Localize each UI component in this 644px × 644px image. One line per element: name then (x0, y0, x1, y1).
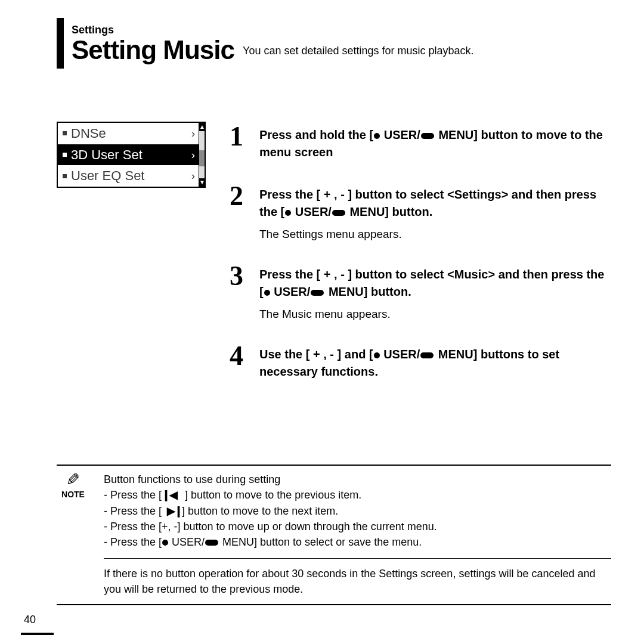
scroll-down-icon: ▼ (199, 178, 205, 187)
scroll-up-icon: ▲ (199, 123, 205, 131)
lcd-item-user-eq-set: User EQ Set › (58, 165, 199, 187)
note-line: Button functions to use during setting (104, 472, 611, 487)
note-body: Button functions to use during setting -… (104, 472, 611, 597)
note-pencil-icon: ✎ (66, 472, 80, 488)
steps-list: 1 Press and hold the [ USER/ MENU] butto… (230, 122, 611, 403)
chevron-right-icon: › (191, 168, 195, 184)
chevron-right-icon: › (191, 126, 195, 141)
side-marker (57, 18, 64, 69)
lcd-item-3d-user-set: 3D User Set › (58, 144, 199, 166)
pill-icon (421, 133, 434, 139)
lcd-screenshot: DNSe › 3D User Set › User EQ Set › ▲ ▼ (57, 122, 206, 403)
lcd-label: User EQ Set (71, 167, 144, 185)
divider (57, 604, 611, 605)
next-track-icon: ▶❙ (162, 503, 182, 519)
note-line: - Press the [ ▶❙] button to move to the … (104, 503, 611, 519)
bullet-icon (63, 174, 67, 178)
note-section: ✎ NOTE Button functions to use during se… (57, 465, 611, 611)
step-2: 2 Press the [ + , - ] button to select <… (230, 184, 611, 241)
step-1: 1 Press and hold the [ USER/ MENU] butto… (230, 124, 611, 161)
prev-track-icon: ❙◀ (162, 487, 182, 503)
step-number: 2 (230, 184, 252, 241)
note-line: - Press the [ USER/ MENU] button to sele… (104, 534, 611, 550)
lcd-label: 3D User Set (71, 146, 143, 164)
chevron-right-icon: › (191, 147, 195, 163)
divider (104, 558, 611, 559)
pill-icon (311, 290, 324, 296)
note-label: NOTE (57, 490, 89, 499)
step-sub: The Music menu appears. (259, 308, 611, 321)
pill-icon (205, 540, 218, 546)
step-title: Use the [ + , - ] and [ USER/ MENU] butt… (259, 346, 611, 380)
subtitle: You can set detailed settings for music … (243, 45, 474, 57)
step-number: 1 (230, 124, 252, 161)
bullet-icon (63, 153, 67, 157)
step-number: 4 (230, 343, 252, 380)
note-line: - Press the [+, -] button to move up or … (104, 519, 611, 534)
note-line: - Press the [❙◀ ] button to move to the … (104, 487, 611, 503)
step-title: Press the [ + , - ] button to select <Mu… (259, 266, 611, 301)
step-sub: The Settings menu appears. (259, 228, 611, 241)
step-4: 4 Use the [ + , - ] and [ USER/ MENU] bu… (230, 343, 611, 380)
step-number: 3 (230, 264, 252, 321)
section-label: Settings (72, 24, 611, 36)
pill-icon (332, 210, 345, 216)
pill-icon (420, 352, 434, 358)
note-paragraph: If there is no button operation for abou… (104, 566, 611, 597)
step-title: Press and hold the [ USER/ MENU] button … (259, 126, 611, 161)
header: Settings Setting Music You can set detai… (72, 18, 611, 65)
dot-icon (264, 290, 270, 296)
dot-icon (374, 133, 380, 139)
dot-icon (162, 540, 168, 546)
lcd-scrollbar: ▲ ▼ (199, 123, 205, 187)
page-title: Setting Music (72, 35, 234, 65)
divider (57, 465, 611, 466)
bullet-icon (63, 131, 67, 135)
lcd-item-dnse: DNSe › (58, 123, 199, 144)
dot-icon (374, 352, 380, 358)
lcd-label: DNSe (71, 125, 106, 143)
page-number: 40 (24, 614, 36, 626)
dot-icon (285, 210, 291, 216)
step-3: 3 Press the [ + , - ] button to select <… (230, 264, 611, 321)
footer-mark (21, 633, 54, 635)
step-title: Press the [ + , - ] button to select <Se… (259, 186, 611, 221)
